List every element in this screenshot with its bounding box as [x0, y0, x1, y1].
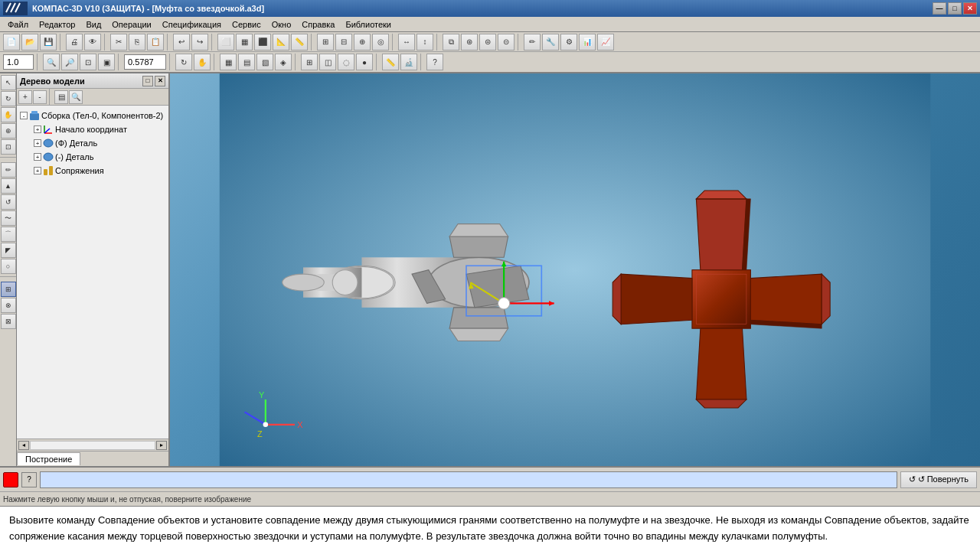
tree-node-origin[interactable]: + Начало координат — [17, 122, 168, 136]
minimize-button[interactable]: — — [933, 2, 946, 15]
tab-build[interactable]: Построение — [17, 452, 80, 465]
help-button[interactable]: ? — [426, 54, 443, 70]
cut-button[interactable]: ✂ — [110, 34, 127, 51]
undo-button[interactable]: ↩ — [173, 34, 190, 51]
tree-expand-part1[interactable]: + — [34, 139, 41, 147]
ltb-pattern[interactable]: ⊠ — [1, 314, 16, 329]
section-button[interactable]: ⊞ — [301, 54, 318, 70]
tree-expand-all[interactable]: + — [18, 90, 32, 104]
ltb-snap[interactable]: ⊡ — [1, 139, 16, 155]
copy-button[interactable]: ⎘ — [129, 34, 145, 51]
tree-node-mates[interactable]: + Сопряжения — [17, 164, 168, 178]
ltb-hole[interactable]: ○ — [1, 259, 16, 274]
measure-button[interactable]: 📏 — [382, 54, 399, 70]
tb-btn-i[interactable]: ◎ — [372, 34, 389, 51]
tb-btn-f[interactable]: ⊞ — [317, 34, 334, 51]
tb-btn-m[interactable]: ⊛ — [461, 34, 478, 51]
view-iso[interactable]: ◈ — [275, 54, 292, 70]
tb-btn-c[interactable]: ⬛ — [254, 34, 271, 51]
tb-btn-s[interactable]: 📊 — [579, 34, 596, 51]
paste-button[interactable]: 📋 — [147, 34, 164, 51]
ltb-rotate[interactable]: ↻ — [1, 91, 16, 106]
tree-undock-button[interactable]: □ — [142, 76, 153, 86]
maximize-button[interactable]: □ — [948, 2, 962, 15]
view-right[interactable]: ▧ — [256, 54, 273, 70]
menu-libs[interactable]: Библиотеки — [341, 19, 396, 30]
menu-help[interactable]: Справка — [297, 19, 339, 30]
tree-expand-part2[interactable]: + — [34, 153, 41, 161]
menu-view[interactable]: Вид — [81, 19, 106, 30]
menu-file[interactable]: Файл — [3, 19, 33, 30]
tb-btn-b[interactable]: ▦ — [236, 34, 253, 51]
rotate-view-button[interactable]: ↻ — [175, 54, 192, 70]
info-button[interactable]: ? — [21, 472, 37, 487]
scale-input[interactable] — [3, 54, 34, 70]
print-button[interactable]: 🖨 — [66, 34, 83, 51]
ltb-sketch[interactable]: ✏ — [1, 162, 16, 178]
analysis-button[interactable]: 🔬 — [400, 54, 417, 70]
scroll-left-btn[interactable]: ◂ — [18, 441, 29, 450]
print-preview-button[interactable]: 👁 — [84, 34, 101, 51]
stop-button[interactable] — [3, 472, 18, 487]
tb-btn-j[interactable]: ↔ — [398, 34, 415, 51]
tb-btn-o[interactable]: ⊝ — [498, 34, 514, 51]
zoom-fit-button[interactable]: ⊡ — [80, 54, 96, 70]
tb-btn-h[interactable]: ⊕ — [354, 34, 371, 51]
rotate-button[interactable]: ↺ ↺ Повернуть — [900, 471, 977, 488]
menu-edit[interactable]: Редактор — [34, 19, 80, 30]
ltb-mate[interactable]: ⊗ — [1, 298, 16, 313]
viewport[interactable]: X Y Z — [170, 73, 980, 466]
menu-spec[interactable]: Спецификация — [158, 19, 226, 30]
tb-btn-g[interactable]: ⊟ — [335, 34, 352, 51]
ltb-fillet[interactable]: ⌒ — [1, 227, 16, 242]
ltb-assembly[interactable]: ⊞ — [1, 282, 16, 297]
zoom-value-input[interactable] — [124, 54, 166, 70]
tree-expand-root[interactable]: - — [20, 112, 28, 119]
tree-expand-mates[interactable]: + — [34, 167, 41, 174]
save-button[interactable]: 💾 — [40, 34, 57, 51]
ltb-extrude[interactable]: ▲ — [1, 178, 16, 194]
zoom-out-button[interactable]: 🔎 — [61, 54, 78, 70]
tree-scrollbar[interactable]: ◂ ▸ — [17, 439, 168, 451]
tree-search[interactable]: 🔍 — [69, 90, 83, 104]
close-button[interactable]: ✕ — [963, 2, 977, 15]
tree-node-part1[interactable]: + (Ф) Деталь — [17, 136, 168, 150]
tb-btn-p[interactable]: ✏ — [524, 34, 541, 51]
tb-btn-d[interactable]: 📐 — [273, 34, 289, 51]
tree-close-button[interactable]: ✕ — [155, 76, 165, 86]
tb-btn-a[interactable]: ⬜ — [217, 34, 234, 51]
tb-btn-n[interactable]: ⊜ — [479, 34, 496, 51]
zoom-area-button[interactable]: ▣ — [98, 54, 115, 70]
redo-button[interactable]: ↪ — [191, 34, 208, 51]
tb-btn-t[interactable]: 📈 — [597, 34, 614, 51]
tb-btn-q[interactable]: 🔧 — [542, 34, 559, 51]
tb-btn-k[interactable]: ↕ — [416, 34, 433, 51]
render-button[interactable]: ● — [356, 54, 373, 70]
tree-node-part2[interactable]: + (-) Деталь — [17, 150, 168, 164]
tree-expand-origin[interactable]: + — [34, 126, 41, 133]
view-top[interactable]: ▤ — [238, 54, 255, 70]
hide-button[interactable]: ◫ — [319, 54, 336, 70]
ltb-revolve[interactable]: ↺ — [1, 194, 16, 210]
zoom-in-button[interactable]: 🔍 — [43, 54, 60, 70]
ltb-pan[interactable]: ✋ — [1, 107, 16, 122]
new-button[interactable]: 📄 — [3, 34, 20, 51]
tree-filter[interactable]: ▤ — [54, 90, 68, 104]
tb-btn-l[interactable]: ⧉ — [443, 34, 459, 51]
menu-service[interactable]: Сервис — [227, 19, 266, 30]
ltb-zoom[interactable]: ⊕ — [1, 123, 16, 139]
transparent-button[interactable]: ◌ — [338, 54, 354, 70]
tree-collapse-all[interactable]: - — [33, 90, 47, 104]
menu-window[interactable]: Окно — [267, 19, 296, 30]
tb-btn-e[interactable]: 📏 — [291, 34, 308, 51]
pan-button[interactable]: ✋ — [194, 54, 211, 70]
ltb-chamfer[interactable]: ◤ — [1, 243, 16, 258]
view-front[interactable]: ▦ — [220, 54, 237, 70]
ltb-sweep[interactable]: 〜 — [1, 210, 16, 226]
open-button[interactable]: 📂 — [21, 34, 38, 51]
tb-btn-r[interactable]: ⚙ — [560, 34, 577, 51]
tree-node-root[interactable]: - Сборка (Тел-0, Компонентов-2) — [17, 109, 168, 122]
ltb-select[interactable]: ↖ — [1, 75, 16, 90]
scroll-right-btn[interactable]: ▸ — [156, 441, 167, 450]
menu-operations[interactable]: Операции — [107, 19, 155, 30]
